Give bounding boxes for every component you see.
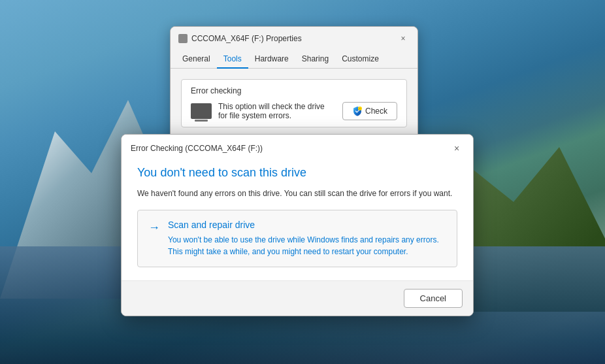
- scan-option-content: Scan and repair drive You won't be able …: [168, 220, 446, 257]
- tab-general[interactable]: General: [176, 50, 217, 69]
- scan-option-title: Scan and repair drive: [168, 220, 446, 230]
- dialog-body: You don't need to scan this drive We hav…: [122, 161, 473, 280]
- arrow-right-icon: →: [148, 221, 160, 235]
- properties-title: CCCOMA_X64F (F:) Properties: [191, 34, 302, 43]
- tab-sharing[interactable]: Sharing: [295, 50, 335, 69]
- tab-hardware[interactable]: Hardware: [248, 50, 295, 69]
- dialog-cancel-button[interactable]: Cancel: [404, 289, 463, 308]
- dialog-titlebar: Error Checking (CCCOMA_X64F (F:)) ×: [122, 135, 473, 161]
- check-button-label: Check: [365, 107, 387, 116]
- properties-close-button[interactable]: ×: [397, 32, 410, 45]
- dialog-close-button[interactable]: ×: [450, 141, 464, 156]
- tab-customize[interactable]: Customize: [335, 50, 385, 69]
- svg-text:!: !: [359, 107, 360, 110]
- error-checking-label: Error checking: [191, 86, 397, 95]
- properties-titlebar: CCCOMA_X64F (F:) Properties ×: [171, 27, 417, 50]
- dialog-subtext: We haven't found any errors on this driv…: [137, 188, 457, 199]
- shield-check-icon: !: [352, 106, 363, 116]
- dialog-heading: You don't need to scan this drive: [137, 166, 457, 180]
- error-checking-row: This option will check the drive for fil…: [191, 102, 397, 120]
- scan-option-description: You won't be able to use the drive while…: [168, 234, 446, 257]
- error-checking-description: This option will check the drive for fil…: [218, 102, 336, 120]
- error-checking-dialog: Error Checking (CCCOMA_X64F (F:)) × You …: [121, 134, 474, 316]
- properties-tabs: General Tools Hardware Sharing Customize: [171, 50, 417, 69]
- error-checking-group: Error checking This option will check th…: [181, 79, 407, 127]
- dialog-footer: Cancel: [122, 280, 473, 316]
- titlebar-left: CCCOMA_X64F (F:) Properties: [178, 34, 302, 43]
- drive-title-icon: [178, 34, 188, 43]
- drive-icon: [191, 103, 212, 119]
- scan-repair-option[interactable]: → Scan and repair drive You won't be abl…: [137, 210, 457, 267]
- check-button[interactable]: ! Check: [342, 102, 397, 120]
- dialog-title: Error Checking (CCCOMA_X64F (F:)): [131, 144, 263, 153]
- properties-content: Error checking This option will check th…: [171, 69, 417, 138]
- tab-tools[interactable]: Tools: [217, 50, 248, 69]
